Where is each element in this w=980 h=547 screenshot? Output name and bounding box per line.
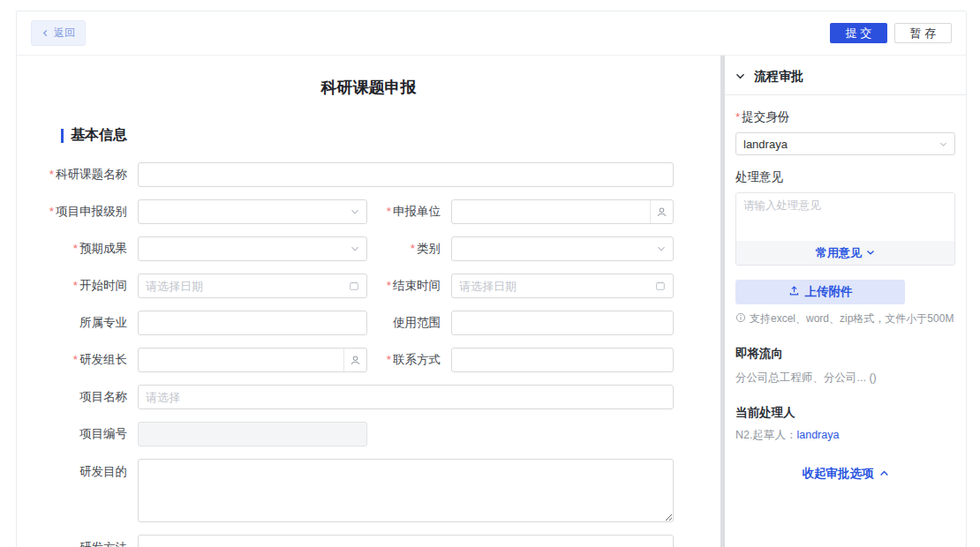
major-input[interactable]: [139, 311, 366, 334]
field-label: 项目编号: [79, 427, 127, 440]
calendar-icon: [655, 281, 666, 291]
calendar-icon: [349, 281, 359, 291]
usage-scope-field: [451, 311, 674, 335]
collapse-approval-options-link[interactable]: 收起审批选项: [735, 466, 955, 482]
section-basic-info: 基本信息: [61, 126, 720, 145]
current-handler-value: N2.起草人：landraya: [735, 428, 955, 443]
upload-attachment-button[interactable]: 上传附件: [735, 280, 905, 304]
submit-identity-label: *提交身份: [735, 109, 955, 125]
opinion-label: 处理意见: [735, 169, 955, 185]
field-label: 科研课题名称: [56, 168, 127, 181]
back-button-label: 返回: [54, 26, 75, 41]
chevron-down-icon: [657, 244, 666, 253]
chevron-down-icon: [351, 207, 359, 216]
toolbar-actions: 提 交 暂 存: [830, 23, 952, 43]
field-label: 项目名称: [79, 390, 127, 403]
field-label: 结束时间: [393, 279, 441, 292]
topic-name-field: [138, 162, 674, 187]
field-label: 研发组长: [79, 353, 127, 366]
chevron-down-icon: [866, 246, 875, 259]
form-row: *科研课题名称: [17, 162, 720, 187]
next-flow-value: 分公司总工程师、分公司... (): [735, 371, 955, 386]
opinion-box: 常用意见: [735, 192, 955, 266]
info-icon: [735, 312, 746, 326]
expected-result-select[interactable]: [138, 236, 367, 261]
approval-sidebar: 流程审批 *提交身份 landraya 处理意见 常用意见: [725, 56, 966, 547]
chevron-down-icon: [735, 70, 745, 84]
category-select[interactable]: [451, 236, 674, 261]
page-card: 返回 提 交 暂 存 科研课题申报 基本信息 *科研课题名称: [16, 11, 967, 547]
form-row: *开始时间 *结束时间: [17, 274, 720, 298]
field-label: 申报单位: [393, 205, 441, 218]
form-row: 研发方法: [17, 535, 720, 547]
field-label: 类别: [417, 242, 441, 255]
end-date-picker[interactable]: [451, 274, 674, 298]
common-opinions-button[interactable]: 常用意见: [736, 241, 954, 265]
form-row: 研发目的: [17, 459, 720, 522]
rd-leader-field: [138, 348, 367, 372]
field-label: 所属专业: [79, 316, 127, 329]
start-date-picker[interactable]: [138, 274, 367, 298]
submit-identity-select[interactable]: landraya: [735, 132, 955, 155]
form-panel: 科研课题申报 基本信息 *科研课题名称 *项目申报级别: [17, 56, 720, 547]
field-label: 研发目的: [79, 465, 127, 478]
upload-hint: 支持excel、word、zip格式，文件小于500M: [735, 311, 955, 326]
form-row: *预期成果 *类别: [17, 236, 720, 261]
chevron-down-icon: [939, 138, 947, 151]
project-code-input: [139, 423, 366, 446]
chevron-left-icon: [41, 27, 49, 40]
submit-button[interactable]: 提 交: [830, 23, 887, 43]
project-code-field: [138, 422, 367, 446]
divider: [725, 94, 966, 95]
usage-scope-input[interactable]: [452, 311, 673, 334]
flow-approval-header[interactable]: 流程审批: [735, 64, 955, 89]
rd-purpose-textarea[interactable]: [138, 459, 674, 522]
project-name-select[interactable]: [138, 385, 674, 409]
form-row: 项目名称: [17, 385, 720, 409]
field-label: 研发方法: [79, 541, 127, 547]
field-label: 预期成果: [79, 242, 127, 255]
toolbar: 返回 提 交 暂 存: [17, 11, 966, 56]
declare-org-field: [451, 199, 674, 224]
field-label: 使用范围: [393, 316, 441, 329]
person-picker-icon[interactable]: [343, 348, 366, 371]
page-title: 科研课题申报: [17, 77, 720, 98]
section-accent-bar: [61, 129, 64, 143]
next-flow-label: 即将流向: [735, 346, 955, 362]
major-field: [138, 311, 367, 335]
field-label: 项目申报级别: [56, 205, 127, 218]
opinion-textarea[interactable]: [736, 193, 954, 241]
chevron-down-icon: [351, 244, 359, 253]
form-row: *研发组长 *联系方式: [17, 348, 720, 372]
person-picker-icon[interactable]: [650, 200, 673, 223]
field-label: 联系方式: [393, 353, 441, 366]
rd-method-textarea[interactable]: [138, 535, 674, 547]
current-handler-label: 当前处理人: [735, 405, 955, 421]
handler-user-link[interactable]: landraya: [796, 429, 839, 441]
contact-field: [451, 348, 674, 372]
rd-leader-input[interactable]: [139, 348, 366, 371]
topic-name-input[interactable]: [139, 163, 673, 186]
required-star: *: [49, 168, 54, 181]
field-label: 开始时间: [79, 279, 127, 292]
contact-input[interactable]: [452, 348, 673, 371]
form-row: 项目编号: [17, 422, 720, 446]
save-draft-button[interactable]: 暂 存: [894, 23, 952, 43]
chevron-up-icon: [879, 468, 889, 481]
form-row: *项目申报级别 *申报单位: [17, 199, 720, 224]
declare-level-select[interactable]: [138, 199, 367, 224]
submit-identity-value: landraya: [743, 138, 788, 151]
declare-org-input[interactable]: [452, 200, 673, 223]
back-button[interactable]: 返回: [31, 20, 86, 46]
upload-icon: [788, 285, 800, 299]
form-row: 所属专业 使用范围: [17, 311, 720, 335]
